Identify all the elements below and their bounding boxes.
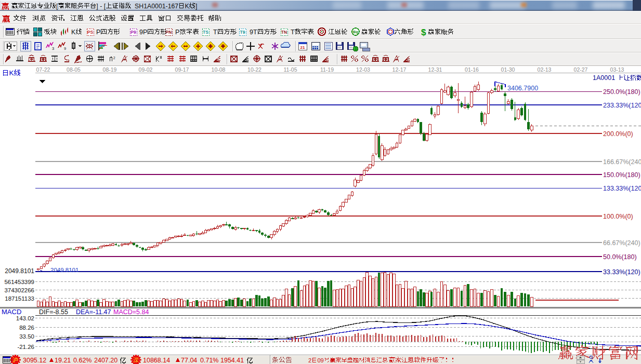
svg-text:SH1A0001-167: SH1A0001-167 [135, 3, 178, 10]
svg-text:[: [ [56, 3, 58, 10]
svg-text:PS: PS [87, 30, 94, 35]
svg-text:143.02: 143.02 [16, 315, 34, 321]
svg-text:12-31: 12-31 [428, 66, 442, 73]
svg-text:T: T [291, 29, 295, 36]
svg-text:0.71%: 0.71% [200, 357, 218, 364]
svg-text:10868.14: 10868.14 [143, 357, 170, 364]
svg-text:DIF=-8.55: DIF=-8.55 [39, 308, 68, 316]
svg-text:2407.20: 2407.20 [94, 357, 117, 364]
svg-text:09-17: 09-17 [175, 66, 189, 73]
svg-text:2: 2 [308, 357, 311, 363]
svg-text:133.33%(120): 133.33%(120) [603, 185, 641, 192]
svg-text:]: ] [96, 3, 98, 10]
svg-text:01-16: 01-16 [465, 66, 479, 73]
svg-text:19.21: 19.21 [55, 357, 71, 364]
svg-text:77.04: 77.04 [181, 357, 197, 364]
svg-text:187151133: 187151133 [5, 295, 34, 302]
svg-text:07-22: 07-22 [36, 66, 50, 73]
svg-text:50.0%(180): 50.0%(180) [603, 253, 637, 261]
svg-text:09: 09 [317, 357, 323, 363]
svg-text:P: P [175, 29, 179, 36]
svg-text:PN: PN [166, 30, 172, 35]
svg-text:9P: 9P [139, 29, 147, 36]
svg-text:T: T [213, 29, 217, 36]
svg-text:9T: 9T [250, 29, 257, 36]
svg-text:21: 21 [300, 45, 305, 50]
svg-text:08-19: 08-19 [103, 66, 117, 73]
svg-text:0.62%: 0.62% [73, 357, 91, 364]
svg-text:374302266: 374302266 [4, 287, 34, 293]
svg-text:01-30: 01-30 [501, 66, 515, 73]
svg-text:09-02: 09-02 [139, 66, 153, 73]
svg-text:DEA=-11.47: DEA=-11.47 [76, 308, 111, 316]
svg-text:K: K [71, 29, 76, 36]
svg-text:200.0%(0): 200.0%(0) [603, 130, 633, 138]
svg-text:P9: P9 [130, 30, 136, 35]
svg-text:10-22: 10-22 [247, 66, 261, 73]
svg-text:-: - [100, 3, 102, 10]
svg-text:100.0%(0): 100.0%(0) [603, 213, 633, 220]
svg-text:2: 2 [113, 56, 115, 60]
svg-text:03-13: 03-13 [610, 66, 624, 73]
svg-text:P: P [96, 29, 100, 36]
svg-text:T9: T9 [240, 30, 245, 35]
svg-text:MACD: MACD [2, 308, 21, 316]
svg-text:-21.26: -21.26 [17, 344, 34, 350]
svg-text:2049.8101: 2049.8101 [5, 267, 34, 275]
svg-text:88.26: 88.26 [19, 325, 34, 331]
svg-text:[: [ [104, 3, 106, 10]
svg-text:12-17: 12-17 [393, 66, 407, 73]
svg-text:3095.12: 3095.12 [23, 357, 46, 364]
svg-text:$: $ [421, 28, 426, 37]
svg-text:]: ] [195, 3, 197, 10]
svg-text:150.0%(180): 150.0%(180) [603, 171, 640, 179]
svg-text:MACD=5.84: MACD=5.84 [113, 308, 149, 316]
svg-text:2049.8101: 2049.8101 [50, 267, 79, 273]
svg-text:11-19: 11-19 [320, 66, 334, 73]
svg-text:TN: TN [281, 30, 287, 35]
svg-text:33.33%(120): 33.33%(120) [603, 268, 640, 276]
svg-text:233.33%(120): 233.33%(120) [603, 102, 641, 109]
svg-text:K: K [9, 69, 14, 77]
svg-text:9: 9 [64, 46, 66, 51]
svg-text:1A0001: 1A0001 [593, 74, 615, 82]
svg-text:12-03: 12-03 [356, 66, 370, 73]
svg-text:250.0%(180): 250.0%(180) [603, 88, 640, 96]
svg-text:K: K [185, 3, 190, 10]
svg-text:Big: Big [353, 30, 359, 34]
svg-text:08-05: 08-05 [67, 66, 81, 73]
svg-text:1954.41: 1954.41 [220, 357, 244, 364]
svg-text:166.67%(240): 166.67%(240) [603, 158, 641, 166]
svg-text:02-13: 02-13 [538, 66, 552, 73]
svg-text:3406.7900: 3406.7900 [507, 85, 538, 92]
svg-text:33.50: 33.50 [19, 333, 34, 340]
svg-text:TS: TS [203, 30, 208, 35]
svg-text:11-05: 11-05 [283, 66, 297, 73]
svg-text:10-08: 10-08 [212, 66, 226, 73]
svg-text:3: 3 [52, 46, 54, 51]
svg-text:02-27: 02-27 [574, 66, 588, 73]
svg-text:561453399: 561453399 [4, 279, 34, 285]
svg-text:66.67%(240): 66.67%(240) [603, 239, 640, 247]
